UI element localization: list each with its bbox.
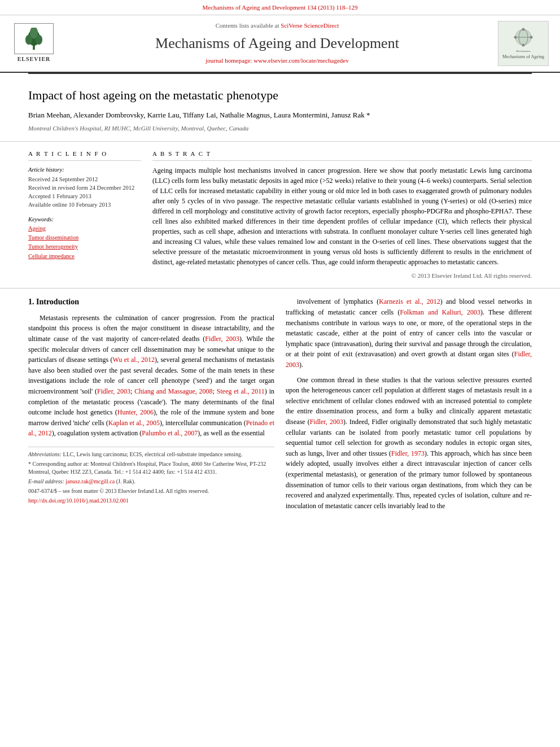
journal-info-center: Contents lists available at SciVerse Sci… xyxy=(65,21,489,65)
sciverse-link[interactable]: SciVerse ScienceDirect xyxy=(281,22,339,29)
elsevier-label: ELSEVIER xyxy=(18,55,51,64)
abstract-text: Ageing impacts multiple host mechanisms … xyxy=(152,165,532,267)
journal-title: Mechanisms of Ageing and Development xyxy=(65,33,489,54)
keyword-4[interactable]: Cellular impedance xyxy=(28,252,141,260)
body-para-3: One common thread in these studies is th… xyxy=(286,375,532,512)
ref-hunter-2006[interactable]: Hunter, 2006 xyxy=(117,408,154,416)
ref-fidler-2003-4[interactable]: Fidler, 2003 xyxy=(310,418,343,426)
footnote-email: E-mail address: janusz.rak@mcgill.ca (J.… xyxy=(28,478,274,486)
elsevier-logo: ELSEVIER xyxy=(11,23,56,64)
journal-logo-label: Mechanisms of Ageing xyxy=(502,54,544,60)
journal-logo-icon: Mechanisms of Ageing xyxy=(509,27,537,53)
ref-karnezis-2012[interactable]: Karnezis et al., 2012 xyxy=(379,298,440,305)
received-date: Received 24 September 2012 xyxy=(28,175,141,184)
article-info-heading: A R T I C L E I N F O xyxy=(28,150,141,161)
available-date: Available online 10 February 2013 xyxy=(28,200,141,209)
copyright-line: © 2013 Elsevier Ireland Ltd. All rights … xyxy=(152,272,532,281)
history-label: Article history: xyxy=(28,165,141,174)
ref-fidler-2003-3[interactable]: Fidler, 2003 xyxy=(286,350,532,369)
elsevier-logo-image xyxy=(14,23,54,54)
keyword-2[interactable]: Tumor dissemination xyxy=(28,233,141,242)
email-link[interactable]: janusz.rak@mcgill.ca xyxy=(65,478,115,484)
ref-fidler-1973[interactable]: Fidler, 1973 xyxy=(391,449,425,457)
footnote-abbrev: Abbreviations: LLC, Lewis lung carcinoma… xyxy=(28,451,274,458)
footnote-corresponding: * Corresponding author at: Montreal Chil… xyxy=(28,460,274,476)
svg-point-10 xyxy=(514,36,517,38)
elsevier-tree-icon xyxy=(23,28,45,50)
ref-fidler-2003-1[interactable]: Fidler, 2003 xyxy=(205,335,239,343)
ref-folkman-2003[interactable]: Folkman and Kaliuri, 2003 xyxy=(400,308,480,316)
body-para-2: involvement of lymphatics (Karnezis et a… xyxy=(286,296,532,370)
homepage-url: www.elsevier.com/locate/mechagedev xyxy=(253,57,349,64)
keyword-3[interactable]: Tumor heterogeneity xyxy=(28,242,141,251)
svg-point-8 xyxy=(522,28,525,30)
journal-homepage: journal homepage: www.elsevier.com/locat… xyxy=(65,56,489,65)
footnote-license: 0047-6374/$ – see front matter © 2013 El… xyxy=(28,487,274,495)
svg-point-11 xyxy=(530,36,533,38)
section1-heading: 1. Introduction xyxy=(28,296,274,308)
body-col-right: involvement of lymphatics (Karnezis et a… xyxy=(286,296,532,516)
journal-logo-box: Mechanisms of Ageing Mechanisms of Agein… xyxy=(498,21,549,66)
ref-palumbo-2007[interactable]: Palumbo et al., 2007 xyxy=(142,429,198,437)
body-col-left: 1. Introduction Metastasis represents th… xyxy=(28,296,274,516)
contents-line: Contents lists available at SciVerse Sci… xyxy=(65,21,489,30)
doi-link[interactable]: http://dx.doi.org/10.1016/j.mad.2013.02.… xyxy=(28,497,129,504)
article-history-group: Article history: Received 24 September 2… xyxy=(28,165,141,209)
body-section: 1. Introduction Metastasis represents th… xyxy=(0,289,560,523)
ref-steeg-2011[interactable]: Steeg et al., 2011 xyxy=(217,387,265,395)
keyword-1[interactable]: Ageing xyxy=(28,224,141,233)
top-bar: Mechanisms of Ageing and Development 134… xyxy=(0,0,560,15)
authors: Brian Meehan, Alexander Dombrovsky, Karr… xyxy=(28,110,532,121)
article-info-panel: A R T I C L E I N F O Article history: R… xyxy=(28,150,141,281)
footnote-section: Abbreviations: LLC, Lewis lung carcinoma… xyxy=(28,447,274,505)
ref-fidler-2003-2[interactable]: Fidler, 2003 xyxy=(97,387,130,395)
revised-date: Received in revised form 24 December 201… xyxy=(28,184,141,192)
keywords-label: Keywords: xyxy=(28,215,141,224)
article-title: Impact of host ageing on the metastatic … xyxy=(28,86,532,104)
abstract-heading: A B S T R A C T xyxy=(152,150,532,161)
ref-wu-2012[interactable]: Wu et al., 2012 xyxy=(113,356,155,364)
journal-citation: Mechanisms of Ageing and Development 134… xyxy=(203,4,358,11)
article-info-abstract-section: A R T I C L E I N F O Article history: R… xyxy=(0,142,560,289)
body-para-1: Metastasis represents the culmination of… xyxy=(28,313,274,439)
accepted-date: Accepted 1 February 2013 xyxy=(28,192,141,200)
svg-point-9 xyxy=(522,43,525,46)
journal-header: ELSEVIER Contents lists available at Sci… xyxy=(0,15,560,73)
ref-chiang-2008[interactable]: Chiang and Massague, 2008 xyxy=(134,387,212,395)
affiliation: Montreal Children's Hospital, RI MUHC, M… xyxy=(28,124,532,133)
abstract-section: A B S T R A C T Ageing impacts multiple … xyxy=(152,150,532,281)
ref-kaplan-2005[interactable]: Kaplan et al., 2005 xyxy=(108,419,160,427)
footnote-doi: http://dx.doi.org/10.1016/j.mad.2013.02.… xyxy=(28,497,274,505)
article-title-section: Impact of host ageing on the metastatic … xyxy=(0,74,560,142)
keywords-section: Keywords: Ageing Tumor dissemination Tum… xyxy=(28,215,141,260)
